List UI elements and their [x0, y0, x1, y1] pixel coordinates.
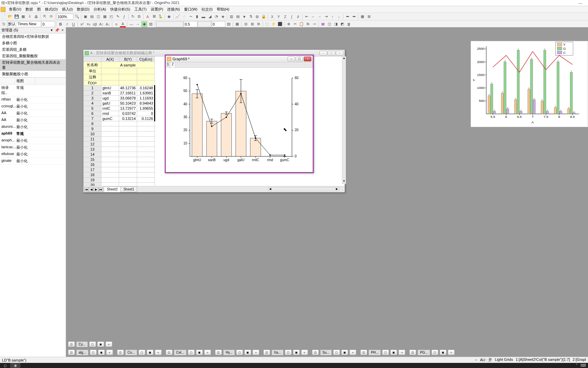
window-list-item[interactable]: aluroni...最小化	[0, 124, 66, 131]
table-row[interactable]: 16	[84, 162, 155, 167]
folder-item[interactable]: 合物宏基因组+宏转录组数据	[0, 33, 66, 40]
graph-window[interactable]: Graph69 * — ▢ × 1 2 1020304050600204060g…	[165, 55, 314, 173]
down-icon[interactable]: ↓	[336, 14, 342, 20]
menu-format[interactable]: 格式(O)	[43, 6, 60, 13]
math-z-icon[interactable]: Z	[282, 14, 288, 20]
task-close-button[interactable]: ×	[301, 350, 308, 355]
text-tool-icon[interactable]: Tr	[1, 21, 7, 27]
menu-analysis[interactable]: 分析(A)	[92, 6, 108, 13]
sheet-tab-sheet2[interactable]: Sheet2	[104, 186, 121, 192]
graph-titlebar[interactable]: Graph69 * — ▢ ×	[166, 56, 313, 62]
new-func-icon[interactable]: ƒ	[121, 14, 127, 20]
layer-left-icon[interactable]: ⬅	[344, 14, 350, 20]
explorer-pin-icon[interactable]: 📌	[54, 28, 60, 32]
speed-icon[interactable]: ⚡	[271, 21, 277, 27]
layer-right-icon[interactable]: ➡	[351, 14, 357, 20]
table-row[interactable]: 12	[84, 142, 155, 147]
zoom-in-icon[interactable]: 🔍	[74, 14, 80, 20]
os-app-icon[interactable]: ◉	[10, 363, 20, 368]
graph-maximize-button[interactable]: ▢	[296, 57, 303, 61]
filter-icon[interactable]: ▼	[241, 14, 247, 20]
new-graph-icon[interactable]: ◫	[95, 14, 101, 20]
task-close-button[interactable]: ×	[106, 350, 113, 355]
layout-icon[interactable]: ⊞	[366, 14, 372, 20]
grid-icon[interactable]: ▦	[359, 14, 365, 20]
line-scatter-icon[interactable]: ⤳	[187, 14, 194, 20]
table-row[interactable]: 13	[84, 147, 155, 152]
menu-data2[interactable]: 数据(D)	[75, 6, 92, 13]
menu-prefs[interactable]: 设置(P)	[149, 6, 165, 13]
worksheet-table[interactable]: A(X)B(Y)C(yEr±) 长名称A sample 单位 注释 F(x)= …	[83, 57, 155, 186]
send-graph-icon[interactable]: ⇨	[311, 21, 317, 27]
table-row[interactable]: 14	[84, 152, 155, 157]
arrow-style-icon[interactable]: →	[135, 21, 141, 27]
template-icon[interactable]: ▦	[20, 14, 26, 20]
code-icon[interactable]: ⌘	[151, 14, 157, 20]
folder-item[interactable]: 多糖小图	[0, 40, 66, 46]
menu-window[interactable]: 窗口(W)	[182, 6, 200, 13]
math-x-icon[interactable]: X	[269, 14, 275, 20]
table-row[interactable]: 5rmlC13.729771.89655	[84, 106, 155, 111]
window-list-item[interactable]: anoph...最小化	[0, 137, 66, 144]
new-project-icon[interactable]: 📄	[1, 14, 7, 20]
window-list-item[interactable]: nthan最小化	[0, 96, 66, 103]
task-close-button[interactable]: ×	[398, 350, 405, 355]
ws-close-button[interactable]: ×	[336, 51, 343, 56]
window-list-item[interactable]: ccinogl...最小化	[0, 103, 66, 110]
underline-icon[interactable]: U	[70, 21, 77, 27]
table-row[interactable]: 3ugd33.068781.11693	[84, 96, 155, 101]
import-icon[interactable]: ⇩	[27, 14, 33, 20]
os-start-icon[interactable]: ◻	[0, 363, 10, 368]
next-icon[interactable]: →	[316, 14, 323, 20]
pattern-icon[interactable]: ▨	[148, 21, 154, 27]
ws-scrollbar-h[interactable]: ◀ ▶	[268, 187, 339, 191]
mask-icon[interactable]: ◍	[254, 14, 260, 20]
bar-plot-icon[interactable]: ▬	[200, 14, 207, 20]
window-list-item[interactable]: lanicac...最小化	[0, 144, 66, 151]
explorer-close-icon[interactable]: ×	[61, 28, 64, 32]
new-excel-icon[interactable]: ▤	[89, 14, 95, 20]
task-restore-button[interactable]: ▢	[382, 350, 389, 355]
linewidth-combo[interactable]	[184, 21, 197, 27]
area-plot-icon[interactable]: ◢	[207, 14, 213, 20]
window-list-item[interactable]: AA最小化	[0, 117, 66, 124]
menu-quick[interactable]: 快捷分析(S)	[108, 6, 132, 13]
fill-color-icon[interactable]: ◆	[141, 21, 147, 27]
minimized-window[interactable]: ◫Su...▢▣×	[311, 349, 358, 356]
print-icon[interactable]: 🖶	[33, 14, 39, 20]
preview-panel[interactable]: 50010001500200025005.566.577.588.5YGCAY	[471, 41, 588, 127]
window-list-item[interactable]: ginate最小化	[0, 158, 66, 165]
chart3-icon[interactable]: ◩	[339, 21, 345, 27]
table-row[interactable]: 2xanB27.168111.63981	[84, 91, 155, 96]
table-row[interactable]: 17	[84, 167, 155, 172]
minimized-window[interactable]: ◫Cel...▢▣×	[164, 349, 212, 356]
folder-item[interactable]: 聚酯聚酰胺小图	[0, 71, 66, 77]
task-close-button[interactable]: ×	[204, 350, 211, 355]
layer-tab-2[interactable]: 2	[170, 62, 175, 67]
col-c-header[interactable]: C(yEr±)	[137, 57, 154, 62]
new-layout-icon[interactable]: ◰	[108, 14, 114, 20]
task-max-button[interactable]: ▣	[440, 350, 446, 355]
graph-canvas[interactable]: 1020304050600204060glmUxanBugdgalUrmlCrm…	[166, 68, 313, 170]
ws-nav-last[interactable]: ⏭	[98, 187, 103, 191]
task-restore-button[interactable]: ▢	[431, 350, 438, 355]
sort-icon[interactable]: ⇅	[248, 14, 254, 20]
table-row[interactable]: 18	[84, 172, 155, 178]
menu-social[interactable]: 社交(I)	[199, 6, 214, 13]
merge-icon[interactable]: ⊟	[243, 21, 249, 27]
window-list-item[interactable]: AA最小化	[0, 110, 66, 117]
table-row[interactable]: 4galU50.104238.94843	[84, 101, 155, 106]
table-row[interactable]: 15	[84, 157, 155, 162]
task-close-button[interactable]: ×	[105, 341, 112, 347]
folder-item[interactable]: 宏基因组_聚酯聚酰胺	[0, 53, 66, 59]
task-close-button[interactable]: ×	[448, 350, 455, 355]
table-row[interactable]: 20	[84, 183, 155, 186]
task-max-button[interactable]: ▣	[147, 350, 153, 355]
explorer-dropdown-icon[interactable]: ▾	[50, 28, 53, 32]
window-list-item[interactable]: ellulose最小化	[0, 151, 66, 158]
hatch-icon[interactable]: ▨	[226, 21, 232, 27]
integrate-icon[interactable]: ∫	[289, 14, 295, 20]
minimized-window[interactable]: ◫Hy...▢▣×	[214, 349, 261, 356]
new-notes-icon[interactable]: ✎	[115, 14, 121, 20]
last-icon[interactable]: ⇥	[323, 14, 329, 20]
